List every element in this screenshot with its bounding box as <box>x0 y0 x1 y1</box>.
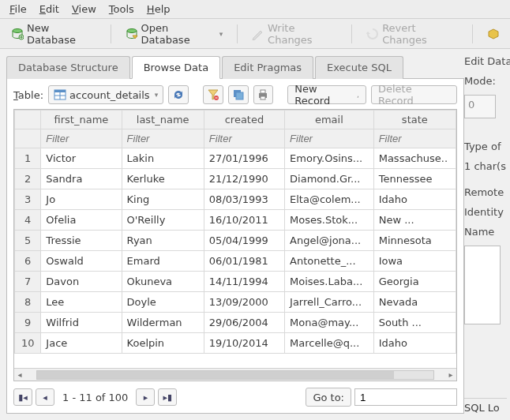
cell[interactable]: Tressie <box>41 231 122 251</box>
cell[interactable]: Doyle <box>122 292 204 313</box>
cell[interactable]: King <box>122 189 204 210</box>
tab-execute-sql[interactable]: Execute SQL <box>315 56 403 79</box>
col-header-state[interactable]: state <box>373 111 456 129</box>
cell[interactable]: Tennessee <box>373 169 456 189</box>
menu-tools[interactable]: Tools <box>103 2 141 17</box>
cell[interactable]: Mona@may... <box>285 313 374 333</box>
menu-edit[interactable]: Edit <box>33 2 66 17</box>
cell[interactable]: Marcelle@q... <box>285 333 374 354</box>
refresh-button[interactable] <box>168 85 189 104</box>
table-row[interactable]: 10JaceKoelpin19/10/2014Marcelle@q...Idah… <box>15 333 456 354</box>
cell[interactable]: New ... <box>373 210 456 231</box>
table-row[interactable]: 5TressieRyan05/04/1999Angel@jona...Minne… <box>15 231 456 251</box>
table-row[interactable]: 3JoKing08/03/1993Elta@colem...Idaho <box>15 189 456 210</box>
cell[interactable]: Emard <box>122 251 204 272</box>
cell[interactable]: Wilderman <box>122 313 204 333</box>
table-row[interactable]: 8LeeDoyle13/09/2000Jarrell_Carro...Nevad… <box>15 292 456 313</box>
cell[interactable]: Jarrell_Carro... <box>285 292 374 313</box>
cell[interactable]: Idaho <box>373 189 456 210</box>
prev-page-button[interactable]: ◂ <box>36 388 54 406</box>
cell[interactable]: Victor <box>41 148 122 169</box>
cell[interactable]: 19/10/2014 <box>204 333 284 354</box>
row-header[interactable]: 6 <box>15 251 41 272</box>
filter-state[interactable] <box>379 133 451 144</box>
filter-created[interactable] <box>209 133 279 144</box>
cell[interactable]: Moises.Laba... <box>285 272 374 292</box>
cell[interactable]: Elta@colem... <box>285 189 374 210</box>
cell[interactable]: Massachuse.. <box>373 148 456 169</box>
cell[interactable]: Okuneva <box>122 272 204 292</box>
filter-last-name[interactable] <box>127 133 199 144</box>
row-header[interactable]: 1 <box>15 148 41 169</box>
col-header-first-name[interactable]: first_name <box>41 111 122 129</box>
table-row[interactable]: 9WilfridWilderman29/06/2004Mona@may...So… <box>15 313 456 333</box>
cell[interactable]: 27/01/1996 <box>204 148 284 169</box>
cell[interactable]: Sandra <box>41 169 122 189</box>
cell[interactable]: Davon <box>41 272 122 292</box>
extra-toolbar-button[interactable] <box>482 24 504 43</box>
open-database-button[interactable]: Open Database ▾ <box>121 19 228 49</box>
cell[interactable]: Wilfrid <box>41 313 122 333</box>
cell[interactable]: 16/10/2011 <box>204 210 284 231</box>
cell[interactable]: Kerluke <box>122 169 204 189</box>
goto-button[interactable]: Go to: <box>306 388 351 407</box>
table-select[interactable]: account_details ▾ <box>48 85 163 104</box>
cell[interactable]: Nevada <box>373 292 456 313</box>
cell[interactable]: South ... <box>373 313 456 333</box>
new-record-button[interactable]: New Record, <box>287 85 366 104</box>
col-header-email[interactable]: email <box>285 111 374 129</box>
goto-input[interactable] <box>354 388 457 406</box>
cell[interactable]: Moses.Stok... <box>285 210 374 231</box>
row-header[interactable]: 5 <box>15 231 41 251</box>
row-header[interactable]: 7 <box>15 272 41 292</box>
filter-first-name[interactable] <box>46 133 116 144</box>
last-page-button[interactable]: ▸▮ <box>158 388 177 406</box>
cell[interactable]: Koelpin <box>122 333 204 354</box>
row-header[interactable]: 8 <box>15 292 41 313</box>
filter-email[interactable] <box>290 133 369 144</box>
cell[interactable]: Iowa <box>373 251 456 272</box>
cell[interactable]: Oswald <box>41 251 122 272</box>
cell[interactable]: Jace <box>41 333 122 354</box>
table-row[interactable]: 4OfeliaO'Reilly16/10/2011Moses.Stok...Ne… <box>15 210 456 231</box>
chevron-down-icon[interactable]: ▾ <box>219 30 223 38</box>
tab-database-structure[interactable]: Database Structure <box>6 56 130 79</box>
cell[interactable]: Ryan <box>122 231 204 251</box>
cell[interactable]: 13/09/2000 <box>204 292 284 313</box>
row-header[interactable]: 10 <box>15 333 41 354</box>
row-header[interactable]: 3 <box>15 189 41 210</box>
scroll-right-arrow[interactable]: ▸ <box>445 370 456 379</box>
table-row[interactable]: 7DavonOkuneva14/11/1994Moises.Laba...Geo… <box>15 272 456 292</box>
sql-log-label[interactable]: SQL Lo <box>464 398 507 414</box>
new-database-button[interactable]: New Database <box>6 19 101 49</box>
name-list[interactable] <box>464 246 501 324</box>
next-page-button[interactable]: ▸ <box>136 388 155 406</box>
cell[interactable]: Ofelia <box>41 210 122 231</box>
table-row[interactable]: 6OswaldEmard06/01/1981Antonette_...Iowa <box>15 251 456 272</box>
cell[interactable]: 06/01/1981 <box>204 251 284 272</box>
col-header-created[interactable]: created <box>204 111 284 129</box>
scroll-thumb[interactable] <box>37 371 394 379</box>
save-all-button[interactable] <box>228 85 249 104</box>
table-row[interactable]: 2SandraKerluke21/12/1990Diamond.Gr...Ten… <box>15 169 456 189</box>
cell[interactable]: 21/12/1990 <box>204 169 284 189</box>
cell[interactable]: Lakin <box>122 148 204 169</box>
horizontal-scrollbar[interactable]: ◂ ▸ <box>14 368 456 381</box>
cell[interactable]: Minnesota <box>373 231 456 251</box>
tab-edit-pragmas[interactable]: Edit Pragmas <box>222 56 313 79</box>
table-row[interactable]: 1VictorLakin27/01/1996Emory.Osins...Mass… <box>15 148 456 169</box>
menu-view[interactable]: View <box>66 2 103 17</box>
cell[interactable]: Angel@jona... <box>285 231 374 251</box>
col-header-last-name[interactable]: last_name <box>122 111 204 129</box>
scroll-left-arrow[interactable]: ◂ <box>14 370 25 379</box>
mode-value-box[interactable]: 0 <box>464 95 496 118</box>
print-button[interactable] <box>253 85 274 104</box>
cell[interactable]: 05/04/1999 <box>204 231 284 251</box>
row-header[interactable]: 9 <box>15 313 41 333</box>
cell[interactable]: 14/11/1994 <box>204 272 284 292</box>
tab-browse-data[interactable]: Browse Data <box>132 56 221 79</box>
clear-filters-button[interactable] <box>203 85 223 104</box>
menu-file[interactable]: File <box>3 2 33 17</box>
cell[interactable]: Antonette_... <box>285 251 374 272</box>
row-header[interactable]: 2 <box>15 169 41 189</box>
